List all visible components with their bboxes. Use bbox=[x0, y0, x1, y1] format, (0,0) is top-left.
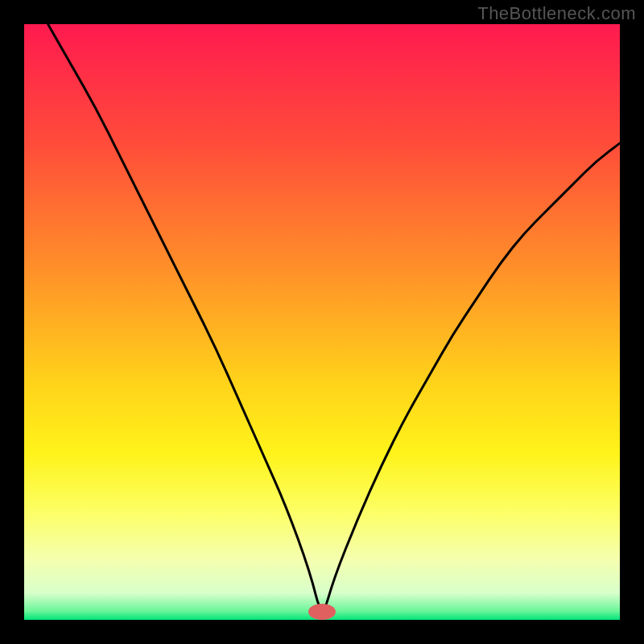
plot-background bbox=[24, 24, 620, 620]
minimum-marker bbox=[309, 605, 335, 619]
watermark-text: TheBottleneck.com bbox=[477, 3, 636, 24]
chart-frame: TheBottleneck.com bbox=[0, 0, 644, 644]
bottleneck-chart bbox=[0, 0, 644, 644]
